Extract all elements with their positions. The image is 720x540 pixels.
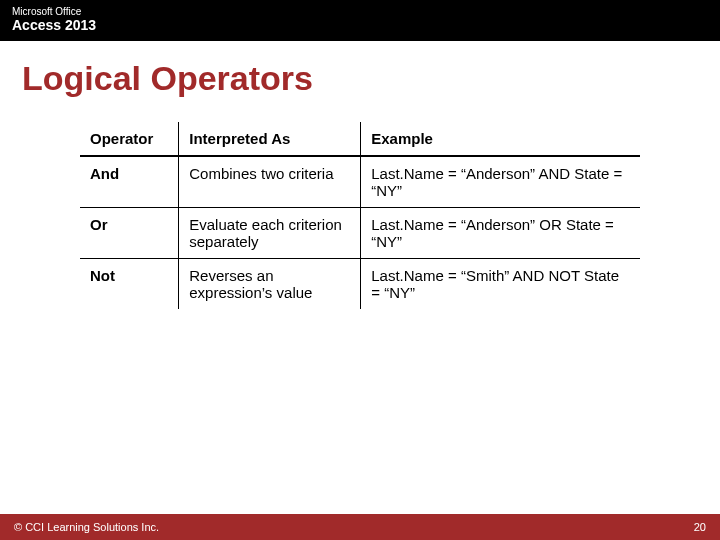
table-row: Or Evaluate each criterion separately La… — [80, 208, 640, 259]
table-row: Not Reverses an expression’s value Last.… — [80, 259, 640, 310]
cell-operator: And — [80, 156, 179, 208]
footer-bar: © CCI Learning Solutions Inc. 20 — [0, 514, 720, 540]
cell-operator: Or — [80, 208, 179, 259]
cell-example: Last.Name = “Anderson” AND State = “NY” — [361, 156, 640, 208]
cell-operator: Not — [80, 259, 179, 310]
table-row: And Combines two criteria Last.Name = “A… — [80, 156, 640, 208]
header-bar: Microsoft Office Access 2013 — [0, 0, 720, 41]
cell-interpreted: Reverses an expression’s value — [179, 259, 361, 310]
table-header-row: Operator Interpreted As Example — [80, 122, 640, 156]
cell-example: Last.Name = “Anderson” OR State = “NY” — [361, 208, 640, 259]
operators-table: Operator Interpreted As Example And Comb… — [80, 122, 640, 309]
page-title: Logical Operators — [22, 59, 720, 98]
copyright-label: © CCI Learning Solutions Inc. — [14, 521, 159, 533]
cell-interpreted: Evaluate each criterion separately — [179, 208, 361, 259]
product-label: Access 2013 — [12, 17, 708, 33]
cell-interpreted: Combines two criteria — [179, 156, 361, 208]
cell-example: Last.Name = “Smith” AND NOT State = “NY” — [361, 259, 640, 310]
col-operator: Operator — [80, 122, 179, 156]
page-number: 20 — [694, 521, 706, 533]
brand-label: Microsoft Office — [12, 6, 708, 17]
col-example: Example — [361, 122, 640, 156]
col-interpreted: Interpreted As — [179, 122, 361, 156]
